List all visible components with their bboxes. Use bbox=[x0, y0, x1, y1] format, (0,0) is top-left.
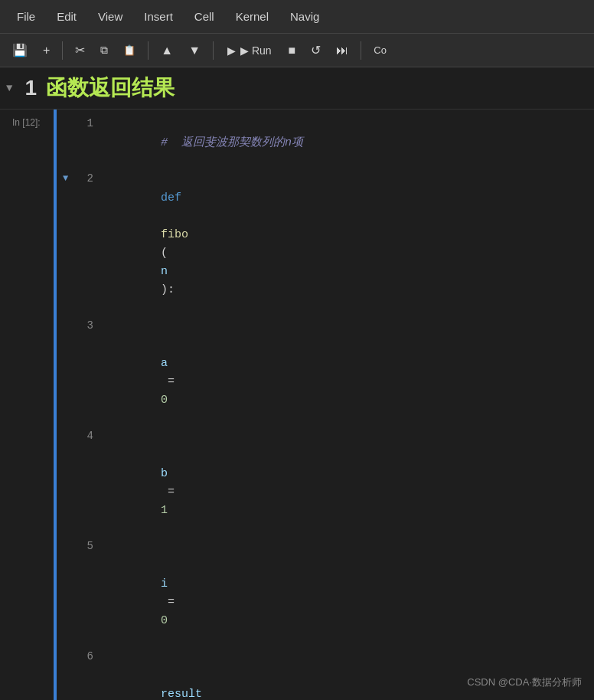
divider-4 bbox=[361, 41, 361, 60]
line-num-4: 4 bbox=[75, 428, 93, 442]
menu-navigate[interactable]: Navig bbox=[279, 5, 330, 28]
comment-text-1: # 返回斐波那契数列的n项 bbox=[161, 136, 303, 149]
cut-button[interactable]: ✂ bbox=[69, 40, 91, 61]
cell-type-label: Co bbox=[374, 44, 387, 56]
divider-3 bbox=[213, 41, 214, 60]
menu-cell[interactable]: Cell bbox=[184, 5, 225, 28]
save-button[interactable]: 💾 bbox=[6, 40, 34, 61]
code-line-2: ▼ 2 def fibo ( n ): bbox=[57, 171, 594, 318]
move-down-button[interactable]: ▼ bbox=[182, 41, 207, 61]
paren-close-colon: ): bbox=[161, 283, 175, 296]
divider-2 bbox=[148, 41, 148, 60]
num-0-a: 0 bbox=[161, 394, 168, 407]
paste-button[interactable]: 📋 bbox=[117, 41, 142, 59]
save-icon: 💾 bbox=[12, 43, 28, 57]
add-cell-button[interactable]: + bbox=[37, 41, 56, 61]
line-code-6: result = [] bbox=[106, 649, 588, 700]
arrow-down-icon: ▼ bbox=[188, 44, 201, 57]
fast-forward-icon: ⏭ bbox=[336, 44, 348, 57]
num-1: 1 bbox=[161, 504, 168, 517]
add-icon: + bbox=[43, 44, 50, 57]
code-line-1: 1 # 返回斐波那契数列的n项 bbox=[57, 116, 594, 171]
code-line-3: 3 a = 0 bbox=[57, 318, 594, 428]
divider-1 bbox=[62, 41, 63, 60]
menubar: File Edit View Insert Cell Kernel Navig bbox=[0, 0, 594, 34]
paste-icon: 📋 bbox=[123, 44, 135, 56]
watermark: CSDN @CDA·数据分析师 bbox=[467, 675, 582, 689]
line-arrow-5 bbox=[63, 538, 75, 541]
space bbox=[161, 210, 168, 223]
var-b: b bbox=[161, 467, 168, 480]
heading-title: 函数返回结果 bbox=[46, 74, 175, 103]
menu-file[interactable]: File bbox=[6, 5, 46, 28]
cut-icon: ✂ bbox=[75, 43, 85, 57]
menu-view[interactable]: View bbox=[87, 5, 133, 28]
indent-4 bbox=[161, 449, 188, 462]
code-line-6: 6 result = [] bbox=[57, 649, 594, 700]
line-num-2: 2 bbox=[75, 171, 93, 185]
eq-4: = bbox=[161, 486, 181, 499]
copy-icon: ⧉ bbox=[100, 44, 108, 57]
run-icon: ▶ bbox=[227, 44, 236, 57]
toolbar: 💾 + ✂ ⧉ 📋 ▲ ▼ ▶ ▶ Run ■ ↺ ⏭ Co bbox=[0, 34, 594, 67]
num-0-i: 0 bbox=[161, 614, 168, 627]
eq-5: = bbox=[161, 596, 181, 609]
code-cell-12: In [12]: 1 # 返回斐波那契数列的n项 ▼ 2 def fibo ( … bbox=[0, 110, 594, 700]
param-n: n bbox=[161, 265, 168, 278]
heading-cell: ▼ 1 函数返回结果 bbox=[0, 67, 594, 110]
line-arrow-6 bbox=[63, 649, 75, 651]
line-code-4: b = 1 bbox=[106, 428, 588, 538]
line-code-1: # 返回斐波那契数列的n项 bbox=[106, 116, 588, 171]
line-code-2: def fibo ( n ): bbox=[106, 171, 588, 318]
stop-button[interactable]: ■ bbox=[282, 41, 302, 61]
var-a: a bbox=[161, 357, 168, 370]
stop-icon: ■ bbox=[289, 44, 296, 57]
line-arrow-4 bbox=[63, 428, 75, 430]
var-result: result bbox=[161, 688, 202, 700]
heading-number: 1 bbox=[18, 76, 37, 100]
move-up-button[interactable]: ▲ bbox=[155, 41, 179, 61]
indent-6 bbox=[161, 669, 188, 682]
menu-insert[interactable]: Insert bbox=[133, 5, 184, 28]
line-num-5: 5 bbox=[75, 538, 93, 552]
line-code-3: a = 0 bbox=[106, 318, 588, 428]
restart-icon: ↺ bbox=[311, 43, 321, 57]
run-label: ▶ Run bbox=[240, 44, 272, 57]
code-line-4: 4 b = 1 bbox=[57, 428, 594, 538]
kw-def: def bbox=[161, 191, 181, 204]
line-num-1: 1 bbox=[75, 116, 93, 129]
line-num-3: 3 bbox=[75, 318, 93, 332]
menu-edit[interactable]: Edit bbox=[46, 5, 87, 28]
code-line-5: 5 i = 0 bbox=[57, 538, 594, 649]
run-button[interactable]: ▶ ▶ Run bbox=[220, 41, 279, 60]
line-arrow-1 bbox=[63, 116, 75, 118]
cell-in-label: In [12]: bbox=[6, 113, 41, 128]
eq-3: = bbox=[161, 375, 181, 388]
var-i: i bbox=[161, 577, 168, 590]
arrow-up-icon: ▲ bbox=[161, 44, 173, 57]
indent-3 bbox=[161, 339, 188, 352]
copy-button[interactable]: ⧉ bbox=[94, 41, 114, 60]
heading-collapse-arrow[interactable]: ▼ bbox=[6, 82, 12, 94]
code-editor[interactable]: 1 # 返回斐波那契数列的n项 ▼ 2 def fibo ( n ): 3 bbox=[57, 110, 594, 700]
line-arrow-3 bbox=[63, 318, 75, 320]
paren-open: ( bbox=[161, 247, 168, 260]
menu-kernel[interactable]: Kernel bbox=[225, 5, 279, 28]
line-arrow-2: ▼ bbox=[63, 171, 75, 184]
fast-forward-button[interactable]: ⏭ bbox=[330, 41, 354, 61]
line-num-6: 6 bbox=[75, 649, 93, 662]
restart-button[interactable]: ↺ bbox=[305, 40, 327, 61]
indent-5 bbox=[161, 559, 188, 572]
line-code-5: i = 0 bbox=[106, 538, 588, 649]
fn-fibo: fibo bbox=[161, 228, 188, 241]
